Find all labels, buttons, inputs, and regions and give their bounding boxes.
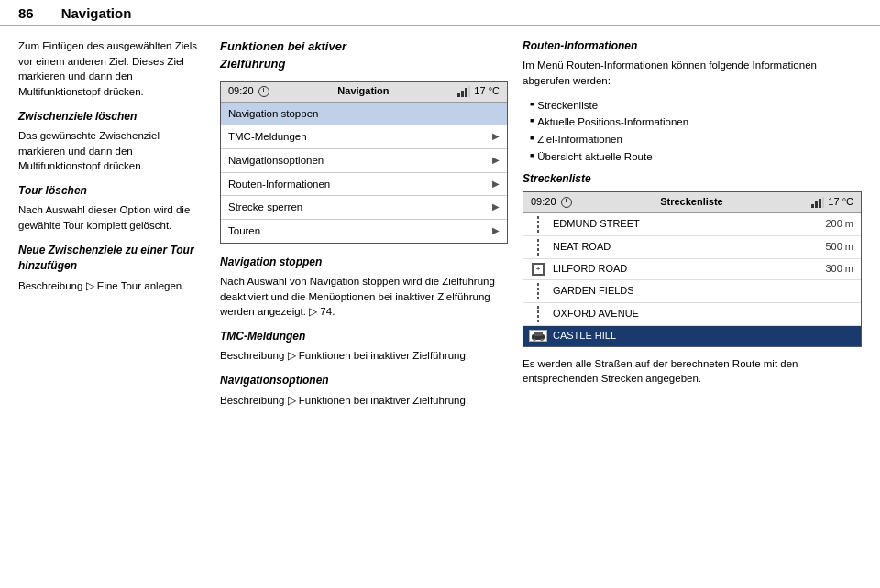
nav-header-left: 09:20 bbox=[228, 84, 270, 99]
route-line-1 bbox=[527, 239, 549, 256]
nav-menu-item-5[interactable]: Touren ▶ bbox=[221, 220, 507, 243]
arrow-icon-3: ▶ bbox=[492, 178, 500, 191]
nav-header-right: 17 °C bbox=[457, 84, 500, 99]
route-name-1: NEAT ROAD bbox=[553, 240, 820, 255]
bullet-item-0: Streckenliste bbox=[530, 98, 862, 114]
route-line-0 bbox=[527, 216, 549, 233]
nav-menu-label-0: Navigation stoppen bbox=[228, 106, 318, 122]
page-header: 86 Navigation bbox=[0, 0, 880, 26]
signal-icon bbox=[457, 86, 470, 97]
route-dist-0: 200 m bbox=[820, 217, 853, 232]
svg-rect-13 bbox=[534, 332, 543, 336]
content-area: Zum Einfügen des ausgewählten Ziels vor … bbox=[0, 26, 880, 430]
middle-section-title: Funktionen bei aktiverZielführung bbox=[220, 38, 508, 73]
route-name-3: GARDEN FIELDS bbox=[553, 284, 820, 299]
bullet-item-1: Aktuelle Positions-Informationen bbox=[530, 114, 862, 130]
middle-desc-body-2: Beschreibung ▷ Funktionen bei inaktiver … bbox=[220, 393, 508, 408]
route-name-2: LILFORD ROAD bbox=[553, 262, 820, 277]
car-svg bbox=[531, 332, 545, 341]
svg-rect-2 bbox=[465, 88, 468, 97]
route-time: 09:20 bbox=[531, 195, 556, 210]
dashed-line-icon-1 bbox=[534, 239, 543, 256]
route-signal-icon bbox=[811, 197, 824, 208]
dashed-line-icon-0 bbox=[534, 216, 543, 233]
middle-desc-title-2: Navigationsoptionen bbox=[220, 373, 508, 388]
route-screen-header: 09:20 Streckenliste 17 °C bbox=[523, 192, 861, 213]
route-row-3: GARDEN FIELDS bbox=[523, 280, 861, 303]
page-number: 86 bbox=[18, 5, 34, 21]
middle-desc-body-1: Beschreibung ▷ Funktionen bei inaktiver … bbox=[220, 348, 508, 364]
nav-title: Navigation bbox=[337, 84, 389, 99]
right-section-title: Routen-Informationen bbox=[522, 38, 862, 54]
left-subtitle-3: Neue Zwischenziele zu einer Tour hinzufü… bbox=[18, 243, 205, 275]
nav-menu-item-2[interactable]: Navigationsoptionen ▶ bbox=[221, 149, 507, 173]
nav-menu-item-3[interactable]: Routen-Informationen ▶ bbox=[221, 173, 507, 197]
route-line-2: + bbox=[527, 263, 549, 276]
bullet-item-2: Ziel-Informationen bbox=[530, 132, 862, 147]
svg-rect-0 bbox=[457, 93, 460, 97]
page-title: Navigation bbox=[61, 5, 132, 21]
route-row-5: CASTLE HILL bbox=[523, 326, 861, 346]
nav-menu-label-1: TMC-Meldungen bbox=[228, 129, 307, 145]
arrow-icon-4: ▶ bbox=[492, 201, 500, 214]
nav-menu-label-3: Routen-Informationen bbox=[228, 177, 330, 192]
right-subsection-title: Streckenliste bbox=[522, 171, 862, 187]
route-row-0: EDMUND STREET 200 m bbox=[523, 213, 861, 236]
nav-menu-label-4: Strecke sperren bbox=[228, 200, 302, 215]
bullet-item-3: Übersicht aktuelle Route bbox=[530, 149, 862, 165]
nav-menu-label-2: Navigationsoptionen bbox=[228, 153, 324, 169]
cross-with-line: + bbox=[532, 263, 544, 276]
svg-rect-4 bbox=[811, 204, 814, 208]
nav-menu-item-4[interactable]: Strecke sperren ▶ bbox=[221, 196, 507, 220]
route-name-0: EDMUND STREET bbox=[553, 217, 820, 232]
route-row-2: + LILFORD ROAD 300 m bbox=[523, 259, 861, 280]
cross-icon: + bbox=[532, 263, 544, 276]
dashed-line-icon-4 bbox=[534, 306, 543, 322]
col-right: Routen-Informationen Im Menü Routen-Info… bbox=[522, 38, 862, 417]
nav-screen-header: 09:20 Navigation 17 °C bbox=[221, 82, 507, 103]
left-para-3: Nach Auswahl dieser Option wird die gewä… bbox=[18, 202, 205, 233]
svg-rect-3 bbox=[468, 86, 470, 97]
route-temp: 17 °C bbox=[828, 195, 853, 210]
route-dist-2: 300 m bbox=[820, 262, 853, 277]
route-line-3 bbox=[527, 283, 549, 299]
nav-screen: 09:20 Navigation 17 °C bbox=[220, 81, 508, 244]
route-name-5: CASTLE HILL bbox=[553, 329, 820, 343]
nav-time: 09:20 bbox=[228, 84, 254, 99]
route-dist-1: 500 m bbox=[820, 240, 853, 255]
left-para-4: Beschreibung ▷ Eine Tour anlegen. bbox=[18, 278, 205, 294]
route-header-right: 17 °C bbox=[811, 195, 853, 210]
route-name-4: OXFORD AVENUE bbox=[553, 307, 820, 321]
svg-rect-7 bbox=[822, 197, 824, 208]
right-footer: Es werden alle Straßen auf der berechnet… bbox=[522, 356, 862, 387]
route-header-left: 09:20 bbox=[531, 195, 572, 210]
right-intro: Im Menü Routen-Informationen können folg… bbox=[522, 58, 862, 88]
bullet-list: Streckenliste Aktuelle Positions-Informa… bbox=[530, 98, 862, 165]
arrow-icon-2: ▶ bbox=[492, 154, 500, 168]
route-screen: 09:20 Streckenliste 17 °C bbox=[522, 191, 862, 347]
middle-desc-body-0: Nach Auswahl von Navigation stoppen wird… bbox=[220, 274, 508, 320]
left-subtitle-1: Zwischenziele löschen bbox=[18, 109, 205, 125]
route-title: Streckenliste bbox=[660, 195, 722, 210]
col-left: Zum Einfügen des ausgewählten Ziels vor … bbox=[18, 38, 220, 417]
page: 86 Navigation Zum Einfügen des ausgewähl… bbox=[0, 0, 880, 588]
clock-icon bbox=[258, 86, 270, 97]
middle-desc-title-1: TMC-Meldungen bbox=[220, 329, 508, 344]
nav-menu-item-0[interactable]: Navigation stoppen bbox=[221, 103, 507, 126]
route-line-4 bbox=[527, 306, 549, 322]
nav-menu-item-1[interactable]: TMC-Meldungen ▶ bbox=[221, 125, 507, 149]
col-middle: Funktionen bei aktiverZielführung 09:20 … bbox=[220, 38, 522, 417]
nav-temp: 17 °C bbox=[474, 84, 500, 99]
route-clock-icon bbox=[561, 197, 572, 208]
arrow-icon-1: ▶ bbox=[492, 130, 500, 144]
left-para-2: Das gewünschte Zwischenziel markieren un… bbox=[18, 128, 205, 174]
left-para-1: Zum Einfügen des ausgewählten Ziels vor … bbox=[18, 38, 205, 100]
dashed-line-icon-3 bbox=[534, 283, 543, 299]
route-line-5 bbox=[527, 330, 549, 342]
left-subtitle-2: Tour löschen bbox=[18, 183, 205, 199]
nav-menu-label-5: Touren bbox=[228, 223, 260, 239]
svg-rect-5 bbox=[815, 201, 818, 208]
middle-desc-title-0: Navigation stoppen bbox=[220, 255, 508, 270]
route-row-1: NEAT ROAD 500 m bbox=[523, 236, 861, 259]
route-row-4: OXFORD AVENUE bbox=[523, 303, 861, 326]
